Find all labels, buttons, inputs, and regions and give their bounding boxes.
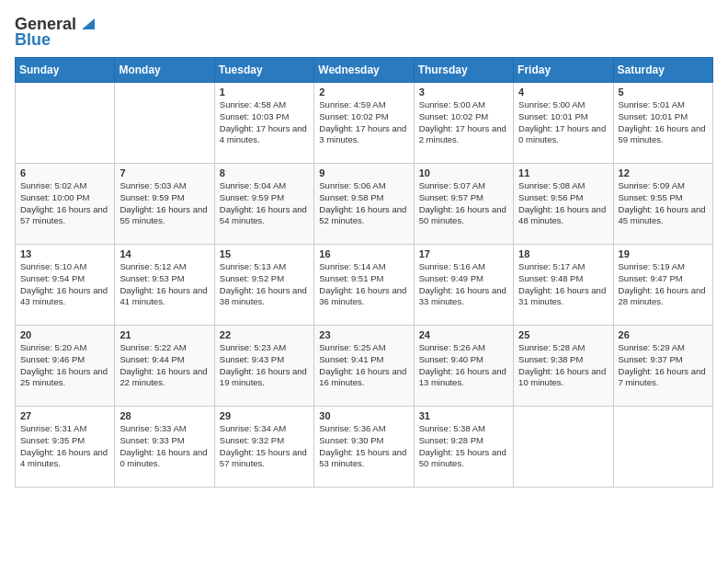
day-info: Sunrise: 5:14 AM Sunset: 9:51 PM Dayligh…	[319, 261, 408, 308]
day-number: 17	[419, 248, 508, 259]
calendar-day-12: 12Sunrise: 5:09 AM Sunset: 9:55 PM Dayli…	[613, 164, 712, 245]
weekday-header-row: SundayMondayTuesdayWednesdayThursdayFrid…	[16, 58, 713, 83]
day-number: 20	[20, 329, 109, 340]
day-number: 1	[220, 86, 309, 98]
weekday-header-tuesday: Tuesday	[214, 58, 313, 83]
day-info: Sunrise: 5:06 AM Sunset: 9:58 PM Dayligh…	[319, 180, 408, 227]
calendar-day-26: 26Sunrise: 5:29 AM Sunset: 9:37 PM Dayli…	[613, 326, 712, 407]
day-info: Sunrise: 5:04 AM Sunset: 9:59 PM Dayligh…	[220, 180, 309, 227]
day-number: 23	[319, 329, 408, 340]
calendar-day-2: 2Sunrise: 4:59 AM Sunset: 10:02 PM Dayli…	[314, 83, 414, 164]
weekday-header-monday: Monday	[115, 58, 214, 83]
day-info: Sunrise: 5:22 AM Sunset: 9:44 PM Dayligh…	[119, 342, 209, 389]
day-info: Sunrise: 5:08 AM Sunset: 9:56 PM Dayligh…	[518, 180, 608, 227]
calendar-day-empty	[115, 83, 214, 164]
calendar-day-11: 11Sunrise: 5:08 AM Sunset: 9:56 PM Dayli…	[514, 164, 613, 245]
calendar-week-row: 27Sunrise: 5:31 AM Sunset: 9:35 PM Dayli…	[16, 407, 713, 488]
day-info: Sunrise: 5:38 AM Sunset: 9:28 PM Dayligh…	[419, 423, 508, 470]
calendar-day-8: 8Sunrise: 5:04 AM Sunset: 9:59 PM Daylig…	[214, 164, 313, 245]
calendar-day-30: 30Sunrise: 5:36 AM Sunset: 9:30 PM Dayli…	[314, 407, 414, 488]
day-info: Sunrise: 5:13 AM Sunset: 9:52 PM Dayligh…	[220, 261, 309, 308]
day-number: 25	[518, 329, 608, 340]
day-info: Sunrise: 5:33 AM Sunset: 9:33 PM Dayligh…	[119, 423, 209, 470]
day-info: Sunrise: 5:02 AM Sunset: 10:00 PM Daylig…	[20, 180, 109, 227]
calendar-day-empty	[613, 407, 712, 488]
calendar-day-14: 14Sunrise: 5:12 AM Sunset: 9:53 PM Dayli…	[115, 245, 214, 326]
calendar-week-row: 13Sunrise: 5:10 AM Sunset: 9:54 PM Dayli…	[16, 245, 713, 326]
calendar-day-22: 22Sunrise: 5:23 AM Sunset: 9:43 PM Dayli…	[214, 326, 313, 407]
calendar-day-1: 1Sunrise: 4:58 AM Sunset: 10:03 PM Dayli…	[214, 83, 313, 164]
day-info: Sunrise: 5:17 AM Sunset: 9:48 PM Dayligh…	[518, 261, 608, 308]
day-info: Sunrise: 5:29 AM Sunset: 9:37 PM Dayligh…	[619, 342, 708, 389]
day-number: 11	[518, 167, 608, 178]
day-info: Sunrise: 5:12 AM Sunset: 9:53 PM Dayligh…	[119, 261, 209, 308]
calendar-day-28: 28Sunrise: 5:33 AM Sunset: 9:33 PM Dayli…	[115, 407, 214, 488]
day-number: 24	[419, 329, 508, 340]
calendar-day-19: 19Sunrise: 5:19 AM Sunset: 9:47 PM Dayli…	[613, 245, 712, 326]
day-number: 30	[319, 410, 408, 421]
logo: General Blue	[15, 15, 95, 50]
day-info: Sunrise: 5:23 AM Sunset: 9:43 PM Dayligh…	[220, 342, 309, 389]
day-number: 21	[119, 329, 209, 340]
calendar-day-4: 4Sunrise: 5:00 AM Sunset: 10:01 PM Dayli…	[514, 83, 613, 164]
calendar-day-13: 13Sunrise: 5:10 AM Sunset: 9:54 PM Dayli…	[16, 245, 115, 326]
weekday-header-wednesday: Wednesday	[314, 58, 414, 83]
day-info: Sunrise: 5:00 AM Sunset: 10:01 PM Daylig…	[518, 99, 608, 146]
calendar-day-9: 9Sunrise: 5:06 AM Sunset: 9:58 PM Daylig…	[314, 164, 414, 245]
calendar-table: SundayMondayTuesdayWednesdayThursdayFrid…	[15, 57, 713, 488]
day-info: Sunrise: 5:07 AM Sunset: 9:57 PM Dayligh…	[419, 180, 508, 227]
page-header: General Blue	[15, 15, 713, 50]
day-info: Sunrise: 5:20 AM Sunset: 9:46 PM Dayligh…	[20, 342, 109, 389]
day-info: Sunrise: 5:16 AM Sunset: 9:49 PM Dayligh…	[419, 261, 508, 308]
calendar-day-6: 6Sunrise: 5:02 AM Sunset: 10:00 PM Dayli…	[16, 164, 115, 245]
day-info: Sunrise: 5:00 AM Sunset: 10:02 PM Daylig…	[419, 99, 508, 146]
calendar-day-25: 25Sunrise: 5:28 AM Sunset: 9:38 PM Dayli…	[514, 326, 613, 407]
day-info: Sunrise: 5:28 AM Sunset: 9:38 PM Dayligh…	[518, 342, 608, 389]
day-info: Sunrise: 5:01 AM Sunset: 10:01 PM Daylig…	[619, 99, 708, 146]
calendar-day-15: 15Sunrise: 5:13 AM Sunset: 9:52 PM Dayli…	[214, 245, 313, 326]
day-number: 26	[619, 329, 708, 340]
day-number: 7	[119, 167, 209, 178]
calendar-week-row: 20Sunrise: 5:20 AM Sunset: 9:46 PM Dayli…	[16, 326, 713, 407]
day-number: 18	[518, 248, 608, 259]
day-info: Sunrise: 5:19 AM Sunset: 9:47 PM Dayligh…	[619, 261, 708, 308]
calendar-day-7: 7Sunrise: 5:03 AM Sunset: 9:59 PM Daylig…	[115, 164, 214, 245]
day-info: Sunrise: 4:58 AM Sunset: 10:03 PM Daylig…	[220, 99, 309, 146]
day-info: Sunrise: 5:25 AM Sunset: 9:41 PM Dayligh…	[319, 342, 408, 389]
day-number: 13	[20, 248, 109, 259]
day-info: Sunrise: 5:34 AM Sunset: 9:32 PM Dayligh…	[220, 423, 309, 470]
day-number: 22	[220, 329, 309, 340]
calendar-day-31: 31Sunrise: 5:38 AM Sunset: 9:28 PM Dayli…	[414, 407, 513, 488]
weekday-header-thursday: Thursday	[414, 58, 513, 83]
day-number: 3	[419, 86, 508, 98]
day-number: 5	[619, 86, 708, 98]
day-info: Sunrise: 5:10 AM Sunset: 9:54 PM Dayligh…	[20, 261, 109, 308]
day-info: Sunrise: 4:59 AM Sunset: 10:02 PM Daylig…	[319, 99, 408, 146]
calendar-week-row: 1Sunrise: 4:58 AM Sunset: 10:03 PM Dayli…	[16, 83, 713, 164]
calendar-day-empty	[514, 407, 613, 488]
day-info: Sunrise: 5:09 AM Sunset: 9:55 PM Dayligh…	[619, 180, 708, 227]
calendar-day-17: 17Sunrise: 5:16 AM Sunset: 9:49 PM Dayli…	[414, 245, 513, 326]
day-number: 6	[20, 167, 109, 178]
day-number: 2	[319, 86, 408, 98]
day-number: 15	[220, 248, 309, 259]
day-number: 29	[220, 410, 309, 421]
calendar-day-empty	[16, 83, 115, 164]
day-info: Sunrise: 5:31 AM Sunset: 9:35 PM Dayligh…	[20, 423, 109, 470]
day-number: 28	[119, 410, 209, 421]
calendar-day-24: 24Sunrise: 5:26 AM Sunset: 9:40 PM Dayli…	[414, 326, 513, 407]
day-info: Sunrise: 5:36 AM Sunset: 9:30 PM Dayligh…	[319, 423, 408, 470]
day-number: 4	[518, 86, 608, 98]
day-number: 12	[619, 167, 708, 178]
calendar-week-row: 6Sunrise: 5:02 AM Sunset: 10:00 PM Dayli…	[16, 164, 713, 245]
calendar-day-21: 21Sunrise: 5:22 AM Sunset: 9:44 PM Dayli…	[115, 326, 214, 407]
day-info: Sunrise: 5:03 AM Sunset: 9:59 PM Dayligh…	[119, 180, 209, 227]
day-number: 10	[419, 167, 508, 178]
day-number: 9	[319, 167, 408, 178]
weekday-header-friday: Friday	[514, 58, 613, 83]
calendar-day-29: 29Sunrise: 5:34 AM Sunset: 9:32 PM Dayli…	[214, 407, 313, 488]
weekday-header-saturday: Saturday	[613, 58, 712, 83]
logo-triangle-icon	[78, 15, 95, 31]
calendar-day-18: 18Sunrise: 5:17 AM Sunset: 9:48 PM Dayli…	[514, 245, 613, 326]
day-number: 14	[119, 248, 209, 259]
